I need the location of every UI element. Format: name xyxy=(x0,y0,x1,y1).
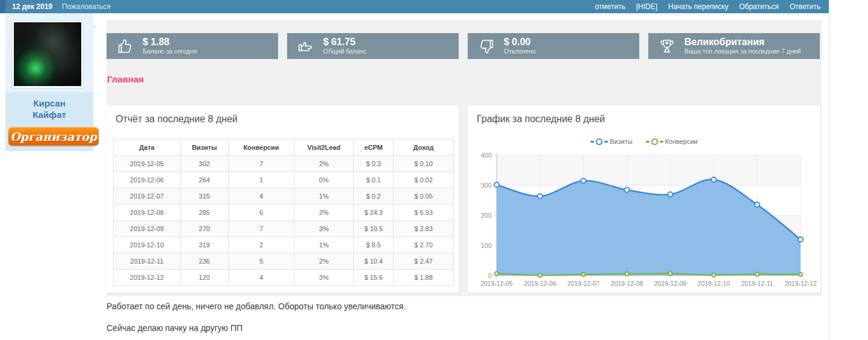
table-cell: $ 8.5 xyxy=(354,237,394,253)
x-tick-label: 2019-12-10 xyxy=(698,280,730,287)
post-date: 12 дек 2019 xyxy=(12,2,52,11)
stat-label: Отклонено xyxy=(504,48,536,55)
table-header-row: Дата Визиты Конверсии Visit2Lead eCPM До… xyxy=(114,140,454,156)
table-cell: 3% xyxy=(294,270,354,286)
report-link[interactable]: Пожаловаться xyxy=(62,2,111,11)
visits-point xyxy=(668,192,673,197)
stat-label: Ваша топ локация за последние 7 дней xyxy=(684,48,801,55)
table-row: 2019-12-0731541%$ 0.2$ 0.05 xyxy=(114,188,454,205)
action-hide-link[interactable]: [HIDE] xyxy=(636,2,657,11)
conversions-point xyxy=(669,272,672,276)
table-cell: $ 2.47 xyxy=(394,253,454,270)
table-cell: 3% xyxy=(294,221,354,237)
avatar-image xyxy=(14,22,81,86)
table-row: 2019-12-0530272%$ 0.3$ 0.10 xyxy=(114,156,454,172)
table-cell: 315 xyxy=(181,188,229,205)
pointing-hand-icon xyxy=(296,37,316,55)
table-cell: 120 xyxy=(181,270,229,286)
report-card: Отчёт за последние 8 дней Дата Визиты Ко… xyxy=(107,105,459,293)
conversions-point xyxy=(712,273,716,277)
chart-card: График за последние 8 дней Визиты Конвер… xyxy=(468,105,820,293)
stat-value: $ 0.00 xyxy=(504,37,536,48)
visits-point xyxy=(711,178,716,182)
table-cell: 0% xyxy=(294,172,354,188)
legend-circle-icon xyxy=(651,138,658,145)
action-appeal-link[interactable]: Обратиться xyxy=(739,2,779,11)
table-row: 2019-12-1031921%$ 8.5$ 2.70 xyxy=(114,237,454,253)
x-tick-label: 2019-12-05 xyxy=(480,280,513,287)
conversions-point xyxy=(581,273,585,276)
user-avatar[interactable] xyxy=(11,20,84,88)
legend-item-visits: Визиты xyxy=(591,138,633,145)
y-tick-label: 300 xyxy=(481,182,492,189)
legend-item-conversions: Конверсии xyxy=(646,138,698,145)
role-badge: Организатор xyxy=(8,127,99,146)
stat-value: Великобритания xyxy=(684,37,801,48)
visits-point xyxy=(538,194,542,199)
legend-dash xyxy=(646,141,649,143)
column-header-visits: Визиты xyxy=(181,140,229,156)
visits-point xyxy=(798,237,803,242)
dashboard-screenshot: $ 1.88 Баланс за сегодня $ 61.75 Общий б… xyxy=(107,20,822,296)
action-reply-link[interactable]: Ответить xyxy=(790,2,820,11)
visits-point xyxy=(624,188,629,193)
table-cell: $ 0.05 xyxy=(394,188,454,205)
x-tick-label: 2019-12-12 xyxy=(784,280,817,287)
nav-home-link[interactable]: Главная xyxy=(107,74,144,84)
thumbs-down-icon xyxy=(476,37,497,55)
table-row: 2019-12-1123652%$ 10.4$ 2.47 xyxy=(114,253,454,270)
legend-label: Конверсии xyxy=(665,138,698,145)
forum-post-screen: 12 дек 2019 Пожаловаться отметить [HIDE]… xyxy=(0,0,868,340)
column-header-income: Доход xyxy=(394,140,454,156)
stat-card-today-balance: $ 1.88 Баланс за сегодня xyxy=(107,33,278,59)
table-cell: 7 xyxy=(229,221,294,237)
table-cell: 2019-12-05 xyxy=(114,156,181,172)
conversions-point xyxy=(495,272,498,276)
post-header-bar: 12 дек 2019 Пожаловаться отметить [HIDE]… xyxy=(0,0,829,13)
visits-point xyxy=(755,202,760,207)
thumbs-up-icon xyxy=(115,37,135,55)
y-tick-label: 100 xyxy=(481,242,492,249)
user-name-link[interactable]: Кирсан Кайфат xyxy=(5,97,93,120)
conversions-point xyxy=(538,274,542,277)
table-row: 2019-12-0626410%$ 0.1$ 0.02 xyxy=(114,172,454,188)
table-cell: 4 xyxy=(229,188,294,205)
action-start-conversation-link[interactable]: Начать переписку xyxy=(668,2,728,11)
post-column-divider xyxy=(829,13,829,340)
post-bubble-arrow xyxy=(88,22,96,32)
post-paragraph: Работает по сей день, ничего не добавлял… xyxy=(107,301,406,311)
stat-card-total-balance: $ 61.75 Общий баланс xyxy=(287,33,459,59)
table-cell: 2% xyxy=(294,253,354,270)
table-cell: 2019-12-10 xyxy=(114,237,181,253)
stat-value: $ 1.88 xyxy=(143,37,197,48)
chart-card-title: График за последние 8 дней xyxy=(477,114,605,125)
conversions-point xyxy=(625,272,628,276)
stat-cards-row: $ 1.88 Баланс за сегодня $ 61.75 Общий б… xyxy=(107,33,822,59)
chart-band xyxy=(497,155,801,185)
column-header-visit2lead: Visit2Lead xyxy=(294,140,354,156)
role-badge-label: Организатор xyxy=(10,130,97,143)
conversions-point xyxy=(799,273,802,276)
table-cell: 2% xyxy=(294,156,354,172)
table-cell: 1 xyxy=(229,172,294,188)
table-cell: $ 0.3 xyxy=(354,156,394,172)
stat-card-top-location: Великобритания Ваша топ локация за после… xyxy=(648,33,820,59)
table-cell: $ 0.02 xyxy=(394,172,454,188)
visits-point xyxy=(494,182,499,187)
table-cell: 2 xyxy=(229,237,294,253)
x-tick-label: 2019-12-07 xyxy=(567,280,600,287)
y-tick-label: 400 xyxy=(481,152,492,159)
table-cell: 264 xyxy=(181,172,229,188)
trophy-icon xyxy=(657,37,677,55)
chart-legend: Визиты Конверсии xyxy=(468,138,820,145)
y-tick-label: 0 xyxy=(488,272,492,279)
visits-point xyxy=(581,179,586,184)
table-cell: 2019-12-06 xyxy=(114,172,181,188)
table-cell: 2% xyxy=(294,205,354,221)
x-tick-label: 2019-12-06 xyxy=(524,280,556,287)
x-tick-label: 2019-12-09 xyxy=(654,280,687,287)
table-cell: $ 24.3 xyxy=(354,205,394,221)
table-row: 2019-12-1212043%$ 15.6$ 1.88 xyxy=(114,270,454,286)
action-mark-link[interactable]: отметить xyxy=(595,2,625,11)
table-cell: 2019-12-08 xyxy=(114,205,181,221)
